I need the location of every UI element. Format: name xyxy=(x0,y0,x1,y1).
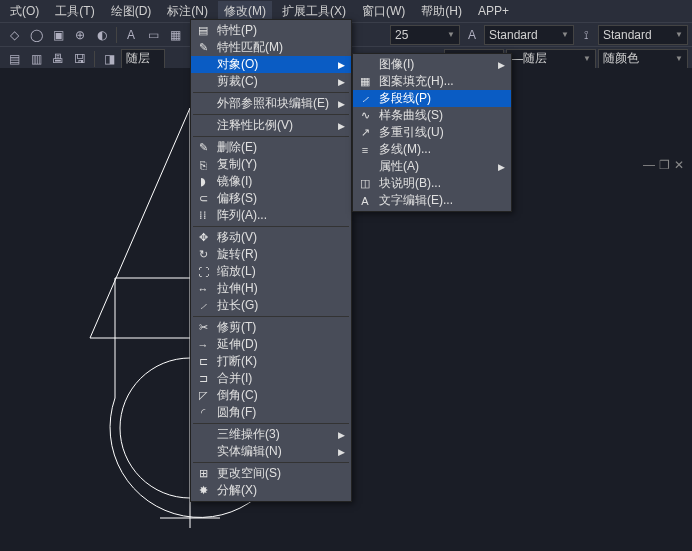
label: 外部参照和块编辑(E) xyxy=(217,95,329,112)
combo-color[interactable]: 随颜色▼ xyxy=(598,49,688,69)
menu-chamfer[interactable]: ◸倒角(C) xyxy=(191,387,351,404)
submenu-image[interactable]: 图像(I)▶ xyxy=(353,56,511,73)
menu-explode[interactable]: ✸分解(X) xyxy=(191,482,351,499)
restore-icon[interactable]: ❐ xyxy=(659,158,670,172)
tool-icon[interactable]: ◯ xyxy=(26,25,46,45)
menu-properties[interactable]: ▤特性(P) xyxy=(191,22,351,39)
submenu-attribute[interactable]: 属性(A)▶ xyxy=(353,158,511,175)
menu-draw[interactable]: 绘图(D) xyxy=(105,1,158,22)
menu-extend[interactable]: →延伸(D) xyxy=(191,336,351,353)
menu-xref[interactable]: 外部参照和块编辑(E)▶ xyxy=(191,95,351,112)
erase-icon: ✎ xyxy=(195,141,211,154)
menu-window[interactable]: 窗口(W) xyxy=(356,1,411,22)
submenu-textedit[interactable]: A文字编辑(E)... xyxy=(353,192,511,209)
tool-icon[interactable]: 🖫 xyxy=(70,49,90,69)
tool-icon[interactable]: ▥ xyxy=(26,49,46,69)
menu-app[interactable]: APP+ xyxy=(472,2,515,20)
label: 实体编辑(N) xyxy=(217,443,282,460)
combo-lineweight[interactable]: — 随层▼ xyxy=(506,49,596,69)
combo-style2[interactable]: Standard▼ xyxy=(598,25,688,45)
mleader-icon: ↗ xyxy=(357,126,373,139)
submenu-polyline[interactable]: ⟋多段线(P) xyxy=(353,90,511,107)
chevron-down-icon: ▼ xyxy=(561,30,569,39)
label: 偏移(S) xyxy=(217,190,257,207)
menu-offset[interactable]: ⊂偏移(S) xyxy=(191,190,351,207)
menu-mirror[interactable]: ◗镜像(I) xyxy=(191,173,351,190)
submenu-mleader[interactable]: ↗多重引线(U) xyxy=(353,124,511,141)
rotate-icon: ↻ xyxy=(195,248,211,261)
menu-help[interactable]: 帮助(H) xyxy=(415,1,468,22)
join-icon: ⊐ xyxy=(195,372,211,385)
submenu-mline[interactable]: ≡多线(M)... xyxy=(353,141,511,158)
submenu-arrow-icon: ▶ xyxy=(338,99,345,109)
tool-icon[interactable]: ▣ xyxy=(48,25,68,45)
tool-icon[interactable]: ◐ xyxy=(92,25,112,45)
tool-icon[interactable]: ◨ xyxy=(99,49,119,69)
submenu-arrow-icon: ▶ xyxy=(338,60,345,70)
dimstyle-icon[interactable]: ⟟ xyxy=(576,25,596,45)
polyline-icon: ⟋ xyxy=(357,93,373,105)
tool-icon[interactable]: ▤ xyxy=(4,49,24,69)
submenu-arrow-icon: ▶ xyxy=(338,447,345,457)
menu-erase[interactable]: ✎删除(E) xyxy=(191,139,351,156)
separator xyxy=(193,136,349,137)
tool-icon[interactable]: ◇ xyxy=(4,25,24,45)
menu-3d[interactable]: 三维操作(3)▶ xyxy=(191,426,351,443)
label: 特性(P) xyxy=(217,22,257,39)
fillet-icon: ◜ xyxy=(195,406,211,419)
label: 拉伸(H) xyxy=(217,280,258,297)
label: 更改空间(S) xyxy=(217,465,281,482)
menu-tools[interactable]: 工具(T) xyxy=(49,1,100,22)
menu-rotate[interactable]: ↻旋转(R) xyxy=(191,246,351,263)
minimize-icon[interactable]: — xyxy=(643,158,655,172)
combo-layer[interactable]: 随层 xyxy=(121,49,165,69)
menu-scale[interactable]: ⛶缩放(L) xyxy=(191,263,351,280)
menu-clip[interactable]: 剪裁(C)▶ xyxy=(191,73,351,90)
menu-attrscale[interactable]: 注释性比例(V)▶ xyxy=(191,117,351,134)
menu-move[interactable]: ✥移动(V) xyxy=(191,229,351,246)
menu-array[interactable]: ⁞⁞阵列(A)... xyxy=(191,207,351,224)
submenu-block[interactable]: ◫块说明(B)... xyxy=(353,175,511,192)
menu-fillet[interactable]: ◜圆角(F) xyxy=(191,404,351,421)
menu-solidedit[interactable]: 实体编辑(N)▶ xyxy=(191,443,351,460)
label: 对象(O) xyxy=(217,56,258,73)
mirror-icon: ◗ xyxy=(195,175,211,188)
tool-icon[interactable]: ▭ xyxy=(143,25,163,45)
lengthen-icon: ⟋ xyxy=(195,300,211,312)
chspace-icon: ⊞ xyxy=(195,467,211,480)
menu-break[interactable]: ⊏打断(K) xyxy=(191,353,351,370)
menu-chspace[interactable]: ⊞更改空间(S) xyxy=(191,465,351,482)
chevron-down-icon: ▼ xyxy=(675,30,683,39)
menu-join[interactable]: ⊐合并(I) xyxy=(191,370,351,387)
combo-dim[interactable]: 25▼ xyxy=(390,25,460,45)
submenu-arrow-icon: ▶ xyxy=(338,430,345,440)
submenu-hatch[interactable]: ▦图案填充(H)... xyxy=(353,73,511,90)
stretch-icon: ↔ xyxy=(195,283,211,295)
menu-object[interactable]: 对象(O)▶ xyxy=(191,56,351,73)
label: 多重引线(U) xyxy=(379,124,444,141)
textstyle-icon[interactable]: A xyxy=(462,25,482,45)
break-icon: ⊏ xyxy=(195,355,211,368)
menu-match[interactable]: ✎特性匹配(M) xyxy=(191,39,351,56)
label: 多线(M)... xyxy=(379,141,431,158)
tool-icon[interactable]: ▦ xyxy=(165,25,185,45)
close-icon[interactable]: ✕ xyxy=(674,158,684,172)
label: 阵列(A)... xyxy=(217,207,267,224)
tool-icon[interactable]: A xyxy=(121,25,141,45)
chevron-down-icon: ▼ xyxy=(675,54,683,63)
menu-stretch[interactable]: ↔拉伸(H) xyxy=(191,280,351,297)
tool-icon[interactable]: ⊕ xyxy=(70,25,90,45)
combo-style1[interactable]: Standard▼ xyxy=(484,25,574,45)
menu-lengthen[interactable]: ⟋拉长(G) xyxy=(191,297,351,314)
separator xyxy=(193,114,349,115)
object-submenu: 图像(I)▶ ▦图案填充(H)... ⟋多段线(P) ∿样条曲线(S) ↗多重引… xyxy=(352,53,512,212)
submenu-arrow-icon: ▶ xyxy=(338,77,345,87)
submenu-spline[interactable]: ∿样条曲线(S) xyxy=(353,107,511,124)
menu-trim[interactable]: ✂修剪(T) xyxy=(191,319,351,336)
menu-format[interactable]: 式(O) xyxy=(4,1,45,22)
combo-value: 随层 xyxy=(523,50,547,67)
menu-copy[interactable]: ⎘复制(Y) xyxy=(191,156,351,173)
label: 拉长(G) xyxy=(217,297,258,314)
label: 倒角(C) xyxy=(217,387,258,404)
tool-icon[interactable]: 🖶 xyxy=(48,49,68,69)
